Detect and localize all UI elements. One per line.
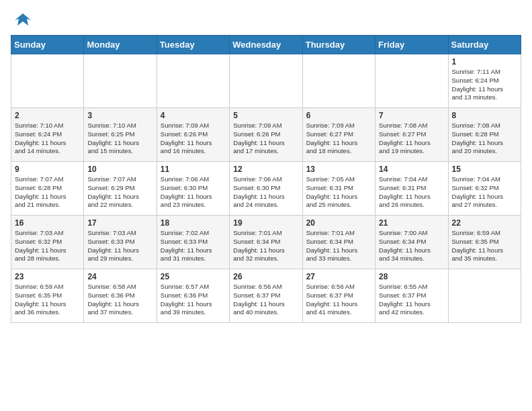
day-number: 5 xyxy=(233,111,298,120)
day-info: Sunrise: 6:55 AM Sunset: 6:37 PM Dayligh… xyxy=(379,283,444,317)
day-number: 6 xyxy=(306,111,371,120)
calendar-cell: 18Sunrise: 7:02 AM Sunset: 6:33 PM Dayli… xyxy=(157,216,229,269)
calendar-week-3: 9Sunrise: 7:07 AM Sunset: 6:28 PM Daylig… xyxy=(11,162,521,216)
calendar-cell: 2Sunrise: 7:10 AM Sunset: 6:24 PM Daylig… xyxy=(11,108,84,162)
day-info: Sunrise: 7:09 AM Sunset: 6:26 PM Dayligh… xyxy=(161,122,226,156)
day-info: Sunrise: 7:08 AM Sunset: 6:27 PM Dayligh… xyxy=(379,122,444,156)
svg-marker-0 xyxy=(15,13,31,26)
day-number: 17 xyxy=(87,218,152,228)
day-info: Sunrise: 7:06 AM Sunset: 6:30 PM Dayligh… xyxy=(233,175,298,210)
day-info: Sunrise: 7:04 AM Sunset: 6:32 PM Dayligh… xyxy=(452,175,517,210)
day-info: Sunrise: 7:03 AM Sunset: 6:32 PM Dayligh… xyxy=(15,229,80,263)
day-info: Sunrise: 7:07 AM Sunset: 6:29 PM Dayligh… xyxy=(87,175,152,210)
day-number: 18 xyxy=(161,218,226,228)
day-number: 14 xyxy=(379,165,444,174)
calendar-cell: 16Sunrise: 7:03 AM Sunset: 6:32 PM Dayli… xyxy=(11,216,84,269)
calendar-cell: 10Sunrise: 7:07 AM Sunset: 6:29 PM Dayli… xyxy=(84,162,157,216)
day-info: Sunrise: 6:59 AM Sunset: 6:35 PM Dayligh… xyxy=(15,283,80,317)
calendar-cell: 28Sunrise: 6:55 AM Sunset: 6:37 PM Dayli… xyxy=(375,269,448,323)
day-number: 25 xyxy=(161,272,226,281)
day-number: 8 xyxy=(452,111,517,120)
day-number: 3 xyxy=(87,111,152,120)
calendar-cell: 17Sunrise: 7:03 AM Sunset: 6:33 PM Dayli… xyxy=(84,216,157,269)
day-info: Sunrise: 6:58 AM Sunset: 6:36 PM Dayligh… xyxy=(87,283,152,317)
day-info: Sunrise: 6:56 AM Sunset: 6:37 PM Dayligh… xyxy=(306,283,371,317)
day-info: Sunrise: 7:09 AM Sunset: 6:26 PM Dayligh… xyxy=(233,122,298,156)
calendar-cell: 25Sunrise: 6:57 AM Sunset: 6:36 PM Dayli… xyxy=(157,269,229,323)
calendar-cell: 1Sunrise: 7:11 AM Sunset: 6:24 PM Daylig… xyxy=(448,54,521,108)
day-number: 2 xyxy=(15,111,80,120)
day-number: 23 xyxy=(15,272,80,281)
weekday-header-monday: Monday xyxy=(84,36,157,54)
calendar-cell: 23Sunrise: 6:59 AM Sunset: 6:35 PM Dayli… xyxy=(11,269,84,323)
calendar-cell: 7Sunrise: 7:08 AM Sunset: 6:27 PM Daylig… xyxy=(375,108,448,162)
calendar-cell xyxy=(157,54,229,108)
day-info: Sunrise: 7:01 AM Sunset: 6:34 PM Dayligh… xyxy=(306,229,371,263)
calendar-cell: 24Sunrise: 6:58 AM Sunset: 6:36 PM Dayli… xyxy=(84,269,157,323)
weekday-header-tuesday: Tuesday xyxy=(157,36,229,54)
calendar-cell: 8Sunrise: 7:08 AM Sunset: 6:28 PM Daylig… xyxy=(448,108,521,162)
calendar-cell xyxy=(11,54,84,108)
day-info: Sunrise: 7:08 AM Sunset: 6:28 PM Dayligh… xyxy=(452,122,517,156)
calendar-table: SundayMondayTuesdayWednesdayThursdayFrid… xyxy=(11,35,521,323)
day-info: Sunrise: 7:03 AM Sunset: 6:33 PM Dayligh… xyxy=(87,229,152,263)
calendar-cell xyxy=(84,54,157,108)
day-info: Sunrise: 7:11 AM Sunset: 6:24 PM Dayligh… xyxy=(452,68,517,102)
day-number: 12 xyxy=(233,165,298,174)
calendar-cell: 21Sunrise: 7:00 AM Sunset: 6:34 PM Dayli… xyxy=(375,216,448,269)
calendar-cell: 4Sunrise: 7:09 AM Sunset: 6:26 PM Daylig… xyxy=(157,108,229,162)
calendar-header-row: SundayMondayTuesdayWednesdayThursdayFrid… xyxy=(11,36,521,54)
calendar-cell: 26Sunrise: 6:56 AM Sunset: 6:37 PM Dayli… xyxy=(230,269,302,323)
day-number: 27 xyxy=(306,272,371,281)
day-info: Sunrise: 6:56 AM Sunset: 6:37 PM Dayligh… xyxy=(233,283,298,317)
weekday-header-wednesday: Wednesday xyxy=(230,36,302,54)
logo xyxy=(11,11,32,27)
day-number: 16 xyxy=(15,218,80,228)
page-header xyxy=(11,11,521,27)
calendar-cell: 6Sunrise: 7:09 AM Sunset: 6:27 PM Daylig… xyxy=(302,108,375,162)
calendar-cell xyxy=(375,54,448,108)
day-number: 24 xyxy=(87,272,152,281)
day-number: 9 xyxy=(15,165,80,174)
calendar-cell: 11Sunrise: 7:06 AM Sunset: 6:30 PM Dayli… xyxy=(157,162,229,216)
weekday-header-sunday: Sunday xyxy=(11,36,84,54)
calendar-cell: 20Sunrise: 7:01 AM Sunset: 6:34 PM Dayli… xyxy=(302,216,375,269)
calendar-week-2: 2Sunrise: 7:10 AM Sunset: 6:24 PM Daylig… xyxy=(11,108,521,162)
day-info: Sunrise: 7:10 AM Sunset: 6:24 PM Dayligh… xyxy=(15,122,80,156)
day-info: Sunrise: 6:59 AM Sunset: 6:35 PM Dayligh… xyxy=(452,229,517,263)
day-info: Sunrise: 6:57 AM Sunset: 6:36 PM Dayligh… xyxy=(161,283,226,317)
calendar-cell xyxy=(302,54,375,108)
day-info: Sunrise: 7:01 AM Sunset: 6:34 PM Dayligh… xyxy=(233,229,298,263)
calendar-week-1: 1Sunrise: 7:11 AM Sunset: 6:24 PM Daylig… xyxy=(11,54,521,108)
calendar-cell: 5Sunrise: 7:09 AM Sunset: 6:26 PM Daylig… xyxy=(230,108,302,162)
calendar-cell: 13Sunrise: 7:05 AM Sunset: 6:31 PM Dayli… xyxy=(302,162,375,216)
day-number: 28 xyxy=(379,272,444,281)
day-number: 7 xyxy=(379,111,444,120)
calendar-cell: 3Sunrise: 7:10 AM Sunset: 6:25 PM Daylig… xyxy=(84,108,157,162)
weekday-header-saturday: Saturday xyxy=(448,36,521,54)
day-number: 20 xyxy=(306,218,371,228)
day-info: Sunrise: 7:04 AM Sunset: 6:31 PM Dayligh… xyxy=(379,175,444,210)
calendar-week-5: 23Sunrise: 6:59 AM Sunset: 6:35 PM Dayli… xyxy=(11,269,521,323)
calendar-cell: 19Sunrise: 7:01 AM Sunset: 6:34 PM Dayli… xyxy=(230,216,302,269)
day-info: Sunrise: 7:07 AM Sunset: 6:28 PM Dayligh… xyxy=(15,175,80,210)
calendar-week-4: 16Sunrise: 7:03 AM Sunset: 6:32 PM Dayli… xyxy=(11,216,521,269)
day-info: Sunrise: 7:10 AM Sunset: 6:25 PM Dayligh… xyxy=(87,122,152,156)
day-info: Sunrise: 7:09 AM Sunset: 6:27 PM Dayligh… xyxy=(306,122,371,156)
day-info: Sunrise: 7:00 AM Sunset: 6:34 PM Dayligh… xyxy=(379,229,444,263)
calendar-cell: 14Sunrise: 7:04 AM Sunset: 6:31 PM Dayli… xyxy=(375,162,448,216)
day-number: 22 xyxy=(452,218,517,228)
weekday-header-thursday: Thursday xyxy=(302,36,375,54)
logo-bird-icon xyxy=(13,11,32,30)
day-number: 10 xyxy=(87,165,152,174)
calendar-body: 1Sunrise: 7:11 AM Sunset: 6:24 PM Daylig… xyxy=(11,54,521,323)
calendar-cell: 9Sunrise: 7:07 AM Sunset: 6:28 PM Daylig… xyxy=(11,162,84,216)
calendar-cell: 15Sunrise: 7:04 AM Sunset: 6:32 PM Dayli… xyxy=(448,162,521,216)
calendar-cell: 27Sunrise: 6:56 AM Sunset: 6:37 PM Dayli… xyxy=(302,269,375,323)
day-number: 1 xyxy=(452,57,517,66)
calendar-cell: 22Sunrise: 6:59 AM Sunset: 6:35 PM Dayli… xyxy=(448,216,521,269)
day-info: Sunrise: 7:06 AM Sunset: 6:30 PM Dayligh… xyxy=(161,175,226,210)
day-info: Sunrise: 7:05 AM Sunset: 6:31 PM Dayligh… xyxy=(306,175,371,210)
day-number: 4 xyxy=(161,111,226,120)
calendar-cell: 12Sunrise: 7:06 AM Sunset: 6:30 PM Dayli… xyxy=(230,162,302,216)
